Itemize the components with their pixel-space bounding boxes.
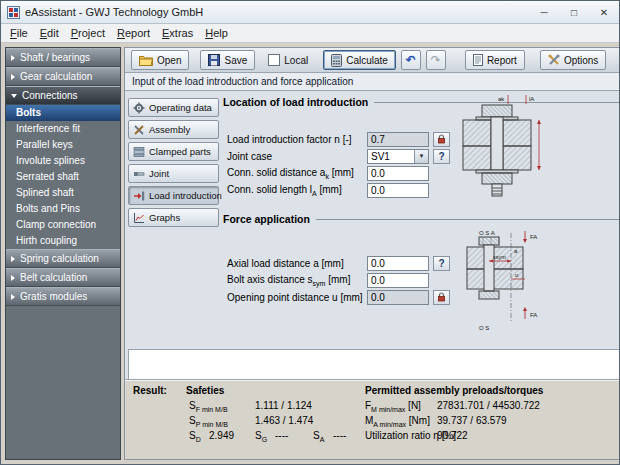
sidebar-section-connections[interactable]: Connections bbox=[6, 86, 120, 105]
field-label: Conn. solid distance ak [mm] bbox=[227, 167, 367, 180]
nav-load-introduction-button[interactable]: Load introduction bbox=[128, 186, 219, 205]
message-box bbox=[128, 349, 620, 382]
joint-case-select[interactable]: SV1 ▼ bbox=[367, 149, 429, 164]
safety-sd-label: SD bbox=[189, 430, 201, 443]
nav-graphs-button[interactable]: Graphs bbox=[128, 208, 219, 227]
safety-sf-value: 1.111 / 1.124 bbox=[255, 400, 312, 411]
arrow-right-icon bbox=[11, 55, 15, 61]
section-label: Gear calculation bbox=[20, 71, 92, 82]
axial-load-distance-input[interactable]: 0.0 bbox=[367, 256, 429, 271]
nav-label: Operating data bbox=[149, 102, 212, 113]
menu-help[interactable]: Help bbox=[199, 26, 234, 40]
safety-sa-label: SA bbox=[313, 430, 324, 443]
sidebar-item-bolts-and-pins[interactable]: Bolts and Pins bbox=[6, 201, 120, 217]
report-button[interactable]: Report bbox=[465, 50, 525, 70]
section-label: Connections bbox=[22, 90, 78, 101]
sidebar-item-hirth-coupling[interactable]: Hirth coupling bbox=[6, 233, 120, 249]
field-label: Conn. solid length lA [mm] bbox=[227, 184, 367, 197]
section-label: Belt calculation bbox=[20, 272, 87, 283]
safety-sa-value: ---- bbox=[333, 430, 346, 441]
local-checkbox[interactable]: Local bbox=[268, 54, 308, 66]
menu-project[interactable]: Project bbox=[65, 26, 111, 40]
field-label: Axial load distance a [mm] bbox=[227, 258, 367, 269]
sidebar-item-splined-shaft[interactable]: Splined shaft bbox=[6, 185, 120, 201]
app-icon bbox=[7, 6, 20, 19]
redo-button[interactable]: ↷ bbox=[426, 50, 446, 70]
maximize-button[interactable]: □ bbox=[559, 1, 589, 23]
section-force-header: Force application bbox=[223, 213, 620, 225]
result-panel: Result: Safeties Permitted assembly prel… bbox=[125, 379, 620, 459]
safety-sd-value: 2.949 bbox=[209, 430, 234, 441]
section-title: Force application bbox=[223, 213, 310, 225]
conn-solid-distance-input[interactable]: 0.0 bbox=[367, 166, 429, 181]
nav-clamped-parts-button[interactable]: Clamped parts bbox=[128, 142, 219, 161]
section-label: Gratis modules bbox=[20, 291, 87, 302]
menu-report[interactable]: Report bbox=[111, 26, 156, 40]
sidebar: Shaft / bearings Gear calculation Connec… bbox=[5, 47, 121, 460]
svg-text:ak: ak bbox=[498, 96, 505, 102]
menu-edit[interactable]: Edit bbox=[34, 26, 65, 40]
nav-operating-data-button[interactable]: Operating data bbox=[128, 98, 219, 117]
open-label: Open bbox=[157, 55, 181, 66]
redo-icon: ↷ bbox=[431, 54, 441, 66]
open-button[interactable]: Open bbox=[131, 50, 189, 70]
tools-icon bbox=[548, 54, 560, 66]
calculate-button[interactable]: Calculate bbox=[323, 50, 396, 70]
titlebar: eAssistant - GWJ Technology GmbH ─ □ ✕ bbox=[1, 1, 619, 24]
nav-joint-button[interactable]: Joint bbox=[128, 164, 219, 183]
sidebar-section-gear-calculation[interactable]: Gear calculation bbox=[6, 67, 120, 86]
calculator-icon bbox=[331, 54, 342, 67]
chevron-down-icon[interactable]: ▼ bbox=[414, 150, 428, 163]
lock-button[interactable] bbox=[433, 132, 450, 147]
safety-sp-label: SP min M/B bbox=[189, 415, 228, 428]
conn-solid-length-input[interactable]: 0.0 bbox=[367, 183, 429, 198]
bolt-axis-distance-input[interactable]: 0.0 bbox=[367, 273, 429, 288]
preload-fm-value: 27831.701 / 44530.722 bbox=[437, 400, 540, 411]
nav-label: Graphs bbox=[149, 212, 180, 223]
nav-assembly-button[interactable]: Assembly bbox=[128, 120, 219, 139]
clamped-stack-icon bbox=[133, 146, 145, 158]
help-question-button[interactable]: ? bbox=[433, 256, 450, 271]
checkbox-icon[interactable] bbox=[268, 54, 280, 66]
section-label: Shaft / bearings bbox=[20, 52, 90, 63]
sidebar-item-interference-fit[interactable]: Interference fit bbox=[6, 121, 120, 137]
sidebar-item-clamp-connection[interactable]: Clamp connection bbox=[6, 217, 120, 233]
arrow-right-icon bbox=[11, 294, 15, 300]
help-question-button[interactable]: ? bbox=[433, 149, 450, 164]
opening-point-distance-input[interactable]: 0.0 bbox=[367, 290, 429, 305]
minimize-button[interactable]: ─ bbox=[529, 1, 559, 23]
save-button[interactable]: Save bbox=[200, 50, 255, 70]
options-button[interactable]: Options bbox=[540, 50, 606, 70]
sidebar-section-gratis-modules[interactable]: Gratis modules bbox=[6, 287, 120, 306]
load-arrow-icon bbox=[133, 190, 145, 202]
bolt-icon bbox=[133, 168, 145, 180]
window-title: eAssistant - GWJ Technology GmbH bbox=[25, 6, 529, 18]
field-label: Opening point distance u [mm] bbox=[227, 292, 367, 303]
nav-label: Load introduction bbox=[149, 190, 222, 201]
sidebar-item-parallel-keys[interactable]: Parallel keys bbox=[6, 137, 120, 153]
load-introduction-factor-input[interactable]: 0.7 bbox=[367, 132, 429, 147]
section-label: Spring calculation bbox=[20, 253, 99, 264]
svg-text:O S: O S bbox=[479, 325, 489, 331]
window-controls: ─ □ ✕ bbox=[529, 1, 619, 23]
safety-sf-label: SF min M/B bbox=[189, 400, 228, 413]
menu-file[interactable]: File bbox=[4, 26, 34, 40]
field-label: Load introduction factor n [-] bbox=[227, 134, 367, 145]
lock-button[interactable] bbox=[433, 290, 450, 305]
app-window: eAssistant - GWJ Technology GmbH ─ □ ✕ F… bbox=[0, 0, 620, 465]
sidebar-section-shaft-bearings[interactable]: Shaft / bearings bbox=[6, 48, 120, 67]
sidebar-item-serrated-shaft[interactable]: Serrated shaft bbox=[6, 169, 120, 185]
open-folder-icon bbox=[139, 55, 153, 66]
undo-button[interactable]: ↶ bbox=[401, 50, 421, 70]
field-label: Joint case bbox=[227, 151, 367, 162]
sidebar-section-belt-calculation[interactable]: Belt calculation bbox=[6, 268, 120, 287]
close-button[interactable]: ✕ bbox=[589, 1, 619, 23]
sidebar-section-spring-calculation[interactable]: Spring calculation bbox=[6, 249, 120, 268]
menubar: File Edit Project Report Extras Help bbox=[1, 24, 619, 43]
save-floppy-icon bbox=[208, 54, 220, 66]
nav-label: Joint bbox=[149, 168, 169, 179]
menu-extras[interactable]: Extras bbox=[156, 26, 199, 40]
sidebar-item-bolts[interactable]: Bolts bbox=[6, 105, 120, 121]
field-row-joint-case: Joint case SV1 ▼ ? bbox=[227, 148, 450, 164]
sidebar-item-involute-splines[interactable]: Involute splines bbox=[6, 153, 120, 169]
